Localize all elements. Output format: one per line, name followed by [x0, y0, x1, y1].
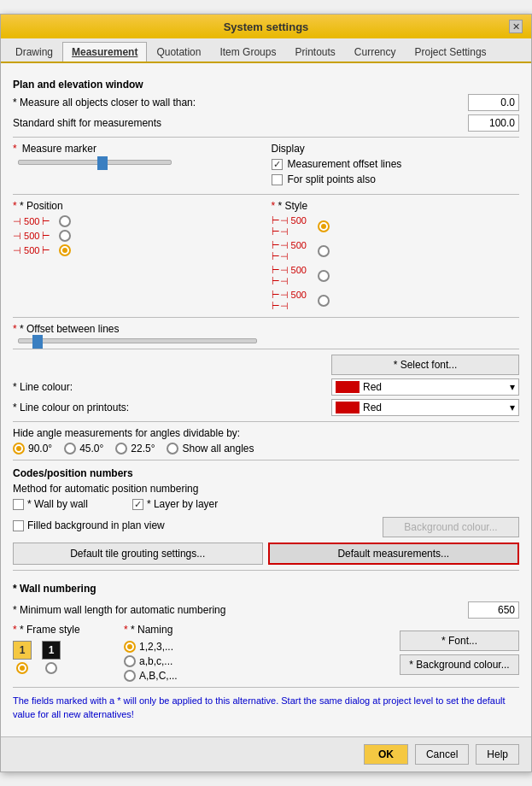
style-radio-3-btn[interactable]: [318, 270, 330, 282]
naming-label-1: 1,2,3,...: [139, 641, 173, 653]
split-points-row: For split points also: [272, 173, 520, 185]
frame-naming-row: * * Frame style 1 1 * * Naming: [13, 624, 519, 682]
angle-225-label: 22.5°: [131, 443, 155, 455]
layer-by-layer-checkbox[interactable]: ✓: [132, 499, 143, 510]
style-radio-4: ⊢⊣ 500 ⊢⊣: [272, 290, 520, 312]
naming-option-3: A,B,C,...: [124, 670, 209, 682]
naming-label: * * Naming: [124, 624, 209, 636]
angle-90-label: 90.0°: [28, 443, 52, 455]
position-radio-2-btn[interactable]: [59, 230, 71, 242]
footer-text: The fields marked with a * will only be …: [13, 695, 519, 721]
measure-all-input[interactable]: [468, 94, 519, 111]
naming-options: 1,2,3,... a,b,c,... A,B,C,...: [124, 641, 209, 682]
standard-shift-input[interactable]: [468, 114, 519, 132]
offset-slider-row: [13, 338, 519, 343]
min-wall-input[interactable]: [468, 601, 519, 619]
bg-colour-button[interactable]: Background colour...: [383, 517, 519, 537]
line-colour-printout-label: * Line colour on printouts:: [13, 402, 129, 414]
split-points-label: For split points also: [288, 173, 376, 185]
style-radio-2-btn[interactable]: [318, 245, 330, 257]
filled-bg-label: Filled background in plan view: [27, 519, 165, 531]
style-label: * * Style: [272, 200, 520, 212]
position-radio-2: ⊣ 500 ⊢: [13, 230, 261, 242]
cancel-button[interactable]: Cancel: [415, 744, 469, 765]
frame-style-label: * * Frame style: [13, 624, 115, 636]
wall-by-wall-label: * Wall by wall: [27, 498, 88, 510]
style-radio-1: ⊢⊣ 500 ⊢⊣: [272, 215, 520, 238]
position-radio-3: ⊣ 500 ⊢: [13, 244, 261, 256]
tab-quotation[interactable]: Quotation: [147, 42, 210, 62]
position-label: * * Position: [13, 200, 261, 212]
offset-lines-checkbox[interactable]: ✓: [272, 159, 283, 170]
naming-option-1: 1,2,3,...: [124, 641, 209, 653]
tab-project-settings[interactable]: Project Settings: [406, 42, 496, 62]
dropdown-arrow: ▾: [510, 381, 515, 393]
tab-measurement[interactable]: Measurement: [62, 42, 147, 62]
standard-shift-row: Standard shift for measurements: [13, 114, 519, 132]
angle-225-radio[interactable]: [115, 443, 127, 455]
layer-by-layer-row: ✓ * Layer by layer: [132, 498, 218, 510]
frame-style-col: * * Frame style 1 1: [13, 624, 115, 682]
plan-elevation-title: Plan and elevation window: [13, 79, 519, 91]
naming-radio-2[interactable]: [124, 655, 136, 667]
style-radio-4-btn[interactable]: [318, 295, 330, 307]
style-radio-1-btn[interactable]: [318, 220, 330, 232]
offset-lines-label: Measurement offset lines: [288, 158, 402, 170]
bg-colour2-button[interactable]: * Background colour...: [400, 654, 519, 675]
window-title: System settings: [23, 21, 509, 33]
font-button[interactable]: * Font...: [400, 631, 519, 651]
position-radio-1-btn[interactable]: [59, 215, 71, 227]
measure-marker-slider[interactable]: [18, 160, 172, 165]
position-radio-group: ⊣ 500 ⊢ ⊣ 500 ⊢ ⊣ 500 ⊢: [13, 215, 261, 256]
tab-printouts[interactable]: Printouts: [285, 42, 344, 62]
measure-marker-thumb[interactable]: [97, 156, 108, 170]
split-points-checkbox[interactable]: [272, 174, 283, 185]
tab-item-groups[interactable]: Item Groups: [210, 42, 285, 62]
style-radio-group: ⊢⊣ 500 ⊢⊣ ⊢⊣ 500 ⊢⊣ ⊢⊣ 500 ⊢⊣ ⊢⊣ 500 ⊢⊣: [272, 215, 520, 312]
measure-display-row: * Measure marker Display ✓ Measurement o…: [13, 143, 519, 189]
angle-45-radio[interactable]: [64, 443, 76, 455]
min-wall-label: * Minimum wall length for automatic numb…: [13, 604, 225, 616]
wall-by-wall-row: * Wall by wall: [13, 498, 88, 510]
default-buttons-row: Default tile grouting settings... Defaul…: [13, 543, 519, 565]
frame-yellow-radio[interactable]: [16, 662, 28, 674]
frame-black-radio[interactable]: [45, 662, 57, 674]
naming-radio-3[interactable]: [124, 670, 136, 682]
wall-numbering-row: * Wall numbering: [13, 576, 519, 598]
offset-slider-thumb[interactable]: [32, 335, 43, 349]
frame-yellow-box: 1: [13, 641, 32, 660]
default-tile-button[interactable]: Default tile grouting settings...: [13, 543, 263, 565]
offset-label: * Offset between lines: [20, 323, 120, 335]
naming-radio-1[interactable]: [124, 641, 136, 653]
frame-style-options: 1 1: [13, 641, 115, 674]
offset-slider[interactable]: [18, 338, 257, 343]
tab-currency[interactable]: Currency: [345, 42, 406, 62]
dropdown-red-swatch: [336, 381, 360, 393]
dropdown-arrow2: ▾: [510, 402, 515, 414]
angle-90-radio[interactable]: [13, 443, 25, 455]
angle-options-row: 90.0° 45.0° 22.5° Show all angles: [13, 443, 519, 455]
line-colour-label: * Line colour:: [13, 381, 73, 393]
line-colour-printout-dropdown[interactable]: Red ▾: [331, 399, 519, 416]
angle-45-label: 45.0°: [79, 443, 103, 455]
tab-drawing[interactable]: Drawing: [6, 42, 62, 62]
wall-numbering-title: * Wall numbering: [13, 583, 96, 595]
display-col: Display ✓ Measurement offset lines For s…: [272, 143, 520, 189]
help-button[interactable]: Help: [476, 744, 519, 765]
close-button[interactable]: ✕: [509, 20, 523, 33]
display-label-row: Display: [272, 143, 520, 155]
filled-bg-checkbox[interactable]: [13, 520, 24, 531]
dropdown-red-swatch2: [336, 402, 360, 414]
position-radio-3-btn[interactable]: [59, 244, 71, 256]
select-font-button[interactable]: * Select font...: [331, 355, 519, 375]
wall-by-wall-checkbox[interactable]: [13, 499, 24, 510]
angle-show-label: Show all angles: [182, 443, 254, 455]
default-measurements-button[interactable]: Default measurements...: [268, 543, 520, 565]
measure-marker-row: * Measure marker: [13, 143, 261, 155]
measure-marker-slider-row: [13, 160, 261, 165]
line-colour-dropdown[interactable]: Red ▾: [331, 378, 519, 396]
filled-bg-row: Filled background in plan view Backgroun…: [13, 517, 519, 537]
frame-style-black-col: 1: [42, 641, 61, 674]
angle-show-radio[interactable]: [167, 443, 178, 455]
ok-button[interactable]: OK: [364, 744, 408, 765]
